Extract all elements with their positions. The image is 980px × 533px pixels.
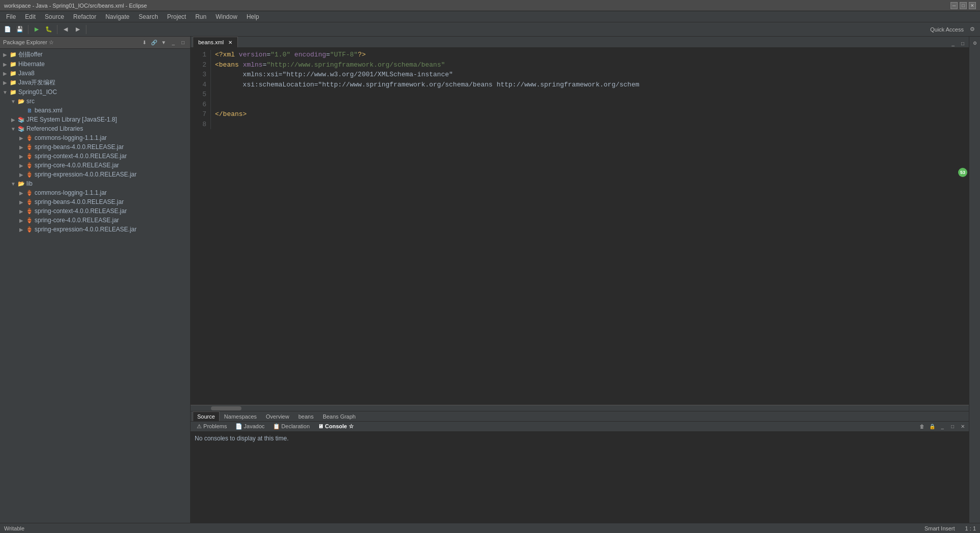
- close-button[interactable]: ✕: [969, 2, 976, 9]
- menu-item-file[interactable]: File: [2, 12, 20, 21]
- tree-item[interactable]: ▶📁Java8: [0, 69, 190, 78]
- tab-problems[interactable]: ⚠ Problems: [193, 422, 231, 431]
- tree-arrow[interactable]: ▶: [18, 135, 24, 141]
- tree-item[interactable]: ▶🏺spring-beans-4.0.0.RELEASE.jar: [0, 142, 190, 152]
- tree-arrow[interactable]: ▶: [18, 218, 24, 223]
- menu-bar: FileEditSourceRefactorNavigateSearchProj…: [0, 11, 980, 22]
- menu-item-search[interactable]: Search: [135, 12, 162, 21]
- tree-arrow[interactable]: ▼: [10, 181, 16, 187]
- menu-item-window[interactable]: Window: [211, 12, 241, 21]
- tree-arrow[interactable]: ▶: [2, 52, 8, 57]
- tree-item[interactable]: ▶🏺spring-core-4.0.0.RELEASE.jar: [0, 161, 190, 170]
- tab-namespaces[interactable]: Namespaces: [220, 411, 261, 421]
- tab-beans-xml-label: beans.xml: [198, 39, 224, 45]
- panel-minimize-icon[interactable]: _: [938, 423, 946, 431]
- save-button[interactable]: 💾: [14, 24, 25, 35]
- menu-item-source[interactable]: Source: [41, 12, 68, 21]
- tab-beans[interactable]: beans: [294, 411, 318, 421]
- quick-access-button[interactable]: ⚙: [967, 24, 978, 35]
- menu-item-edit[interactable]: Edit: [21, 12, 40, 21]
- tree-arrow[interactable]: ▼: [10, 126, 16, 132]
- status-writable: Writable: [4, 525, 24, 531]
- editor-minimize-icon[interactable]: _: [949, 39, 957, 47]
- tree-item[interactable]: ▶🏺spring-context-4.0.0.RELEASE.jar: [0, 152, 190, 161]
- editor-hscroll[interactable]: [191, 405, 969, 411]
- code-line: xsi:schemaLocation="http://www.springfra…: [215, 80, 965, 90]
- tab-javadoc[interactable]: 📄 Javadoc: [231, 422, 269, 431]
- tree-arrow[interactable]: ▶: [18, 154, 24, 159]
- tree-item[interactable]: ▶🏺spring-beans-4.0.0.RELEASE.jar: [0, 197, 190, 206]
- tree-arrow[interactable]: ▶: [18, 172, 24, 177]
- tab-declaration[interactable]: 📋 Declaration: [269, 422, 314, 431]
- tab-console[interactable]: 🖥 Console ☆: [314, 422, 358, 431]
- code-line: xmlns:xsi="http://www.w3.org/2001/XMLSch…: [215, 70, 965, 80]
- next-button[interactable]: ▶: [72, 24, 83, 35]
- tree-item[interactable]: ▶🏺spring-expression-4.0.0.RELEASE.jar: [0, 170, 190, 179]
- menu-item-help[interactable]: Help: [242, 12, 263, 21]
- menu-item-navigate[interactable]: Navigate: [101, 12, 133, 21]
- panel-close-icon[interactable]: ✕: [959, 423, 967, 431]
- window-controls: ─ □ ✕: [951, 2, 976, 9]
- collapse-all-icon[interactable]: ⬇: [140, 39, 148, 47]
- tree-item[interactable]: ▶🏺spring-context-4.0.0.RELEASE.jar: [0, 206, 190, 216]
- run-button[interactable]: ▶: [31, 24, 42, 35]
- tree-item[interactable]: ▼📂lib: [0, 179, 190, 188]
- tree-item[interactable]: ▶🏺spring-core-4.0.0.RELEASE.jar: [0, 216, 190, 225]
- menu-item-project[interactable]: Project: [163, 12, 190, 21]
- tab-overview[interactable]: Overview: [261, 411, 294, 421]
- minimize-button[interactable]: ─: [951, 2, 958, 9]
- line-number: 1: [195, 50, 206, 60]
- tree-item[interactable]: ▶🏺commons-logging-1.1.1.jar: [0, 133, 190, 142]
- tree-node-icon: 🏺: [25, 207, 34, 215]
- right-panel-button-1[interactable]: ⚙: [970, 39, 979, 48]
- scroll-lock-icon[interactable]: 🔒: [928, 423, 936, 431]
- tree-arrow[interactable]: ▶: [18, 144, 24, 150]
- tree-arrow[interactable]: ▶: [18, 209, 24, 214]
- tree-arrow[interactable]: ▶: [18, 199, 24, 205]
- tree-arrow[interactable]: ▶: [2, 80, 8, 85]
- tree-arrow[interactable]: ▶: [18, 163, 24, 168]
- tree-item[interactable]: ▼📚Referenced Libraries: [0, 124, 190, 133]
- status-right: Smart Insert 1 : 1: [925, 525, 976, 531]
- clear-console-icon[interactable]: 🗑: [918, 423, 926, 431]
- tree-arrow[interactable]: ▶: [10, 117, 16, 123]
- bottom-content: No consoles to display at this time.: [191, 432, 969, 523]
- tree-item[interactable]: ▶🏺commons-logging-1.1.1.jar: [0, 188, 190, 197]
- minimize-view-icon[interactable]: _: [169, 39, 177, 47]
- status-insert-mode: Smart Insert: [925, 525, 955, 531]
- tree-item[interactable]: 🗎beans.xml: [0, 106, 190, 115]
- tab-close-icon[interactable]: ✕: [228, 40, 232, 45]
- tree-item[interactable]: ▶📁Hibernate: [0, 60, 190, 69]
- menu-item-refactor[interactable]: Refactor: [69, 12, 100, 21]
- tab-beans-graph[interactable]: Beans Graph: [318, 411, 360, 421]
- menu-icon[interactable]: ▼: [160, 39, 168, 47]
- tab-beans-xml[interactable]: beans.xml ✕: [193, 37, 238, 47]
- code-line: [215, 120, 965, 130]
- editor-content[interactable]: 12345678 <?xml version="1.0" encoding="U…: [191, 48, 969, 405]
- new-button[interactable]: 📄: [2, 24, 13, 35]
- tree-arrow[interactable]: ▶: [2, 62, 8, 67]
- tree-item[interactable]: ▶📁创描offer: [0, 50, 190, 60]
- menu-item-run[interactable]: Run: [191, 12, 210, 21]
- editor-maximize-icon[interactable]: □: [959, 39, 967, 47]
- link-editor-icon[interactable]: 🔗: [150, 39, 158, 47]
- tab-source[interactable]: Source: [193, 411, 220, 421]
- tree-item[interactable]: ▶📁Java开发编程: [0, 78, 190, 87]
- debug-button[interactable]: 🐛: [43, 24, 54, 35]
- tree-arrow[interactable]: ▶: [18, 227, 24, 232]
- bottom-panel: Source Namespaces Overview beans Beans G…: [191, 411, 969, 523]
- tree-arrow[interactable]: ▶: [18, 190, 24, 196]
- tree-item[interactable]: ▶📚JRE System Library [JavaSE-1.8]: [0, 115, 190, 124]
- tree-arrow[interactable]: ▼: [10, 99, 16, 104]
- code-lines[interactable]: <?xml version="1.0" encoding="UTF-8"?><b…: [211, 50, 969, 129]
- hscroll-thumb[interactable]: [211, 406, 241, 410]
- tree-item[interactable]: ▼📁Spring01_IOC: [0, 87, 190, 97]
- tree-item[interactable]: ▶🏺spring-expression-4.0.0.RELEASE.jar: [0, 225, 190, 234]
- tree-arrow[interactable]: ▼: [2, 90, 8, 95]
- panel-maximize-icon[interactable]: □: [948, 423, 957, 431]
- maximize-button[interactable]: □: [960, 2, 967, 9]
- prev-button[interactable]: ◀: [60, 24, 71, 35]
- maximize-view-icon[interactable]: □: [179, 39, 187, 47]
- tree-item[interactable]: ▼📂src: [0, 97, 190, 106]
- tree-arrow[interactable]: ▶: [2, 71, 8, 76]
